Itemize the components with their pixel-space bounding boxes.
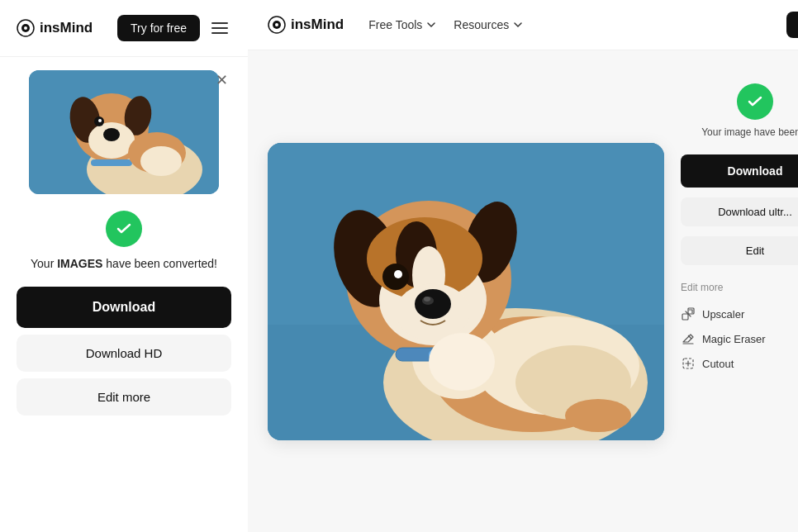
checkmark-icon-right	[745, 92, 765, 112]
logo-icon-left	[17, 19, 35, 37]
logo-left: insMind	[17, 19, 93, 37]
edit-button-right[interactable]: Edit	[681, 236, 798, 265]
right-main: Your image have been... Download Downloa…	[248, 50, 798, 532]
success-area-right: Your image have been...	[681, 83, 798, 138]
upscaler-icon	[681, 306, 696, 321]
menu-button[interactable]	[208, 19, 231, 37]
success-message: Your IMAGES have been converted!	[31, 257, 217, 270]
svg-point-17	[275, 23, 278, 26]
svg-point-14	[140, 146, 182, 176]
right-navbar: insMind Free Tools Resources Try	[248, 0, 798, 50]
edit-more-button[interactable]: Edit more	[17, 378, 231, 416]
cutout-label: Cutout	[702, 358, 734, 370]
cutout-icon	[681, 356, 696, 371]
close-button[interactable]: ✕	[211, 70, 231, 90]
success-text-right: Your image have been...	[701, 126, 798, 138]
svg-point-31	[415, 289, 451, 319]
logo-icon-right	[268, 16, 286, 34]
success-highlight: IMAGES	[57, 257, 102, 270]
download-ultra-button-right[interactable]: Download ultr...	[681, 197, 798, 226]
menu-line-1	[211, 22, 228, 24]
left-panel: insMind Try for free ✕	[0, 0, 248, 532]
left-content: ✕	[0, 57, 248, 429]
free-tools-nav[interactable]: Free Tools	[368, 18, 437, 31]
right-panel: insMind Free Tools Resources Try	[248, 0, 798, 532]
svg-point-42	[429, 333, 495, 391]
magic-eraser-label: Magic Eraser	[702, 333, 766, 345]
svg-rect-45	[688, 308, 694, 314]
nav-right-left: Try for free	[117, 15, 231, 41]
edit-item-cutout[interactable]: Cutout	[681, 351, 798, 376]
menu-line-3	[211, 32, 228, 34]
menu-line-2	[211, 27, 228, 29]
logo-text-left: insMind	[40, 20, 93, 36]
dog-illustration-right	[268, 143, 664, 440]
svg-rect-12	[91, 159, 132, 166]
download-button[interactable]: Download	[17, 287, 231, 328]
dog-illustration-left	[29, 70, 219, 194]
free-tools-label: Free Tools	[368, 18, 422, 31]
svg-point-11	[98, 119, 102, 122]
svg-point-33	[424, 297, 430, 302]
upscaler-label: Upscaler	[702, 308, 744, 321]
success-icon-right	[737, 83, 773, 120]
edit-item-upscaler[interactable]: Upscaler	[681, 302, 798, 326]
dog-image-preview-right	[268, 143, 664, 440]
resources-label: Resources	[454, 18, 509, 31]
chevron-down-icon-resources	[512, 19, 524, 31]
svg-point-36	[397, 272, 401, 275]
dog-image-preview-left	[29, 70, 219, 194]
try-for-free-button[interactable]: Try for free	[117, 15, 200, 41]
edit-more-label: Edit more	[681, 282, 798, 293]
svg-point-9	[103, 128, 120, 141]
left-navbar: insMind Try for free	[0, 0, 248, 57]
logo-text-right: insMind	[291, 17, 344, 33]
resources-nav[interactable]: Resources	[454, 18, 524, 31]
image-container	[268, 75, 664, 507]
logo-right: insMind	[268, 16, 344, 34]
svg-rect-44	[682, 314, 688, 320]
download-hd-button[interactable]: Download HD	[17, 335, 231, 372]
try-button-right[interactable]: Try	[786, 12, 798, 38]
svg-point-43	[565, 399, 631, 432]
svg-point-2	[24, 26, 27, 30]
edit-more-section: Edit more Upscaler	[681, 282, 798, 376]
right-sidebar: Your image have been... Download Downloa…	[664, 75, 798, 507]
checkmark-icon-left	[114, 219, 134, 239]
download-button-right[interactable]: Download	[681, 154, 798, 188]
edit-item-magic-eraser[interactable]: Magic Eraser	[681, 326, 798, 351]
panels-container: insMind Try for free ✕	[0, 0, 798, 532]
chevron-down-icon-tools	[425, 19, 437, 31]
success-icon-left	[106, 211, 142, 247]
eraser-icon	[681, 331, 696, 346]
